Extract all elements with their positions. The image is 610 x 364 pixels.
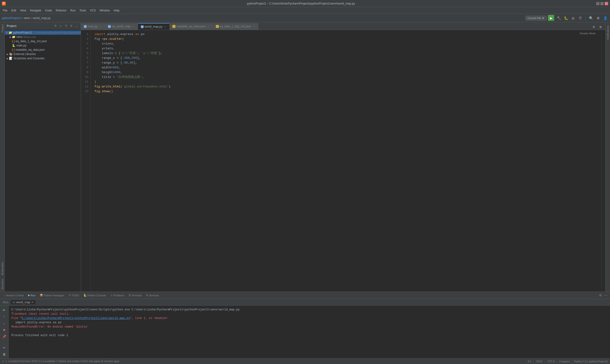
breadcrumb-project[interactable]: pythonProject1 <box>2 16 21 20</box>
current-file-dropdown[interactable]: Current File ▼ <box>525 16 547 21</box>
run-world-map-label: world_map <box>16 301 30 304</box>
reader-mode-button[interactable]: Reader Mode <box>580 32 596 35</box>
notification-text[interactable]: ⚠ Localized PyCharm 2022.3.1 is availabl… <box>5 360 119 363</box>
python-console-icon: 🐍 <box>83 294 87 297</box>
search-everywhere-button[interactable]: 🔍 <box>588 15 594 21</box>
tree-readable-json-item[interactable]: { } readable_eq_data.json <box>5 48 81 52</box>
notifications-bar: Notifications <box>605 22 610 292</box>
bottom-settings-icon[interactable]: ⚙ <box>598 293 603 298</box>
run-tab-name[interactable]: py world_map ✕ <box>11 300 35 304</box>
tab-eq-world-map-icon: py <box>108 25 111 28</box>
bottom-panel: ↑ Version Control ▶ Run 📦 Python Package… <box>0 292 610 358</box>
python-version-status[interactable]: Python 3.11 (pythonProject1) <box>574 360 608 363</box>
menu-window[interactable]: Window <box>98 8 112 13</box>
tree-main-py-item[interactable]: 🐍 main.py <box>5 43 81 48</box>
tree-venv-item[interactable]: ▶ 📁 venv library root <box>5 35 81 39</box>
terminal-tab[interactable]: ⊟ Terminal <box>127 293 143 297</box>
indent-status[interactable]: 4 spaces <box>559 360 570 363</box>
problems-tab[interactable]: ⚠ Problems <box>108 293 126 297</box>
editor-split-icon[interactable]: ⊞ <box>597 24 603 30</box>
panel-sort-icon[interactable]: ⇅ <box>64 24 68 28</box>
tree-eq-data-item[interactable]: { } eq_data_1_day_m1.json <box>5 39 81 43</box>
tab-eq-data-json-close[interactable]: ✕ <box>252 25 255 28</box>
close-button[interactable]: ✕ <box>605 2 608 5</box>
run-up-button[interactable]: ↑ <box>1 313 7 319</box>
run-content: ▶ ↑ ↓ ■ 📌 ↩ 🗑 C:\Users\linha\PycharmProj… <box>0 306 610 358</box>
run-error-text: ModuleNotFoundError: No module named 'pl… <box>12 325 89 328</box>
tab-world-map-py[interactable]: py world_map.py ✕ <box>138 23 170 30</box>
tab-world-map-py-close[interactable]: ✕ <box>163 25 167 28</box>
tree-scratches-item[interactable]: ▶ 📝 Scratches and Consoles <box>5 56 81 61</box>
run-rerun-button[interactable]: ▶ <box>1 307 7 313</box>
menu-refactor[interactable]: Refactor <box>54 8 68 13</box>
bookmarks-label[interactable]: Bookmarks <box>0 260 4 277</box>
run-clear-button[interactable]: 🗑 <box>1 351 7 357</box>
structure-label[interactable]: Structure <box>0 277 4 292</box>
version-control-icon: ↑ <box>4 294 5 297</box>
panel-gear-icon[interactable]: ⚙ <box>69 24 74 28</box>
menu-code[interactable]: Code <box>43 8 54 13</box>
run-stop-button[interactable]: ■ <box>1 327 7 333</box>
build-button[interactable]: 🔨 <box>556 15 562 21</box>
run-file-link[interactable]: C:\Users\linha\PycharmProjects\pythonPro… <box>22 317 130 320</box>
code-editor[interactable]: 1 2 3 4 5 6 7 8 9 10 11 12 13 import plo… <box>81 30 605 292</box>
bottom-minimize-icon[interactable]: — <box>603 293 608 298</box>
menu-file[interactable]: File <box>1 8 9 13</box>
tab-eq-data-json[interactable]: {} eq_data_1_day_m1.json ✕ <box>213 23 258 30</box>
run-output: C:\Users\linha\PycharmProjects\pythonPro… <box>9 306 610 358</box>
python-packages-tab[interactable]: 📦 Python Packages <box>38 293 66 297</box>
debug-button[interactable]: 🐛 <box>563 15 569 21</box>
project-panel-label[interactable]: Project <box>0 22 4 34</box>
run-world-map-close[interactable]: ✕ <box>31 301 34 304</box>
line-ending-status[interactable]: CRLF <box>536 360 543 363</box>
run-wrap-button[interactable]: ↩ <box>1 344 7 351</box>
user-button[interactable]: 👤 <box>602 15 608 21</box>
ext-libs-expand-arrow: ▶ <box>7 53 9 55</box>
minimize-button[interactable]: — <box>596 2 599 5</box>
project-folder-icon: 📁 <box>9 31 12 34</box>
cursor-position-status[interactable]: 8:1 <box>528 360 531 363</box>
tab-eq-world-map[interactable]: py eq_world_map ✕ <box>105 23 138 30</box>
tab-main-py[interactable]: py main.py ✕ <box>81 23 105 30</box>
code-content[interactable]: import plotly.express as px fig =px.scat… <box>91 30 601 292</box>
run-button[interactable]: ▶ <box>548 15 555 21</box>
tree-root-label: pythonProject1 <box>13 31 32 34</box>
run-tab[interactable]: ▶ Run <box>26 293 38 297</box>
menu-help[interactable]: Help <box>112 8 121 13</box>
editor-settings-icon[interactable]: ⚙ <box>591 24 597 30</box>
run-pin-button[interactable]: 📌 <box>1 333 7 339</box>
tree-root-item[interactable]: ▼ 📁 pythonProject1 C:\Users\linha\Pychar… <box>5 30 81 35</box>
tree-ext-libs-item[interactable]: ▶ 📚 External Libraries <box>5 52 81 56</box>
profile-button[interactable]: ⏱ <box>577 15 583 21</box>
panel-expand-icon[interactable]: ≡ <box>58 24 63 28</box>
window-controls[interactable]: — □ ✕ <box>596 2 608 5</box>
menu-vcs[interactable]: VCS <box>88 8 98 13</box>
tab-eq-world-map-close[interactable]: ✕ <box>131 25 135 28</box>
version-control-tab[interactable]: ↑ Version Control <box>2 294 26 297</box>
breadcrumb-file[interactable]: world_map.py <box>33 16 51 20</box>
settings-button[interactable]: ⚙ <box>595 15 601 21</box>
services-tab[interactable]: ⚙ Services <box>144 293 161 297</box>
menu-view[interactable]: View <box>18 8 28 13</box>
notifications-label[interactable]: Notifications <box>606 23 609 41</box>
coverage-button[interactable]: ◎ <box>570 15 576 21</box>
menu-tools[interactable]: Tools <box>78 8 88 13</box>
run-down-button[interactable]: ↓ <box>1 320 7 326</box>
panel-settings-icon[interactable]: ⚙ <box>53 24 58 28</box>
tab-readable-json[interactable]: {} readable_eq_data.json ✕ <box>170 23 213 30</box>
run-file-line: File "C:\Users\linha\PycharmProjects\pyt… <box>12 316 607 320</box>
venv-expand-arrow: ▶ <box>10 36 12 38</box>
menu-navigate[interactable]: Navigate <box>28 8 43 13</box>
todo-tab[interactable]: ☑ TODO <box>67 293 81 297</box>
menu-edit[interactable]: Edit <box>9 8 18 13</box>
editor-tab-actions: ⚙ ⊞ <box>589 24 605 30</box>
tab-main-py-close[interactable]: ✕ <box>99 25 102 28</box>
encoding-status[interactable]: UTF-8 <box>547 360 555 363</box>
menu-run[interactable]: Run <box>68 8 78 13</box>
python-console-tab[interactable]: 🐍 Python Console <box>81 293 108 297</box>
breadcrumb-venv[interactable]: venv <box>24 16 30 20</box>
maximize-button[interactable]: □ <box>600 2 604 5</box>
panel-close-icon[interactable]: — <box>74 24 79 28</box>
tab-readable-json-close[interactable]: ✕ <box>207 25 210 28</box>
json-file-icon: { } <box>12 39 14 43</box>
